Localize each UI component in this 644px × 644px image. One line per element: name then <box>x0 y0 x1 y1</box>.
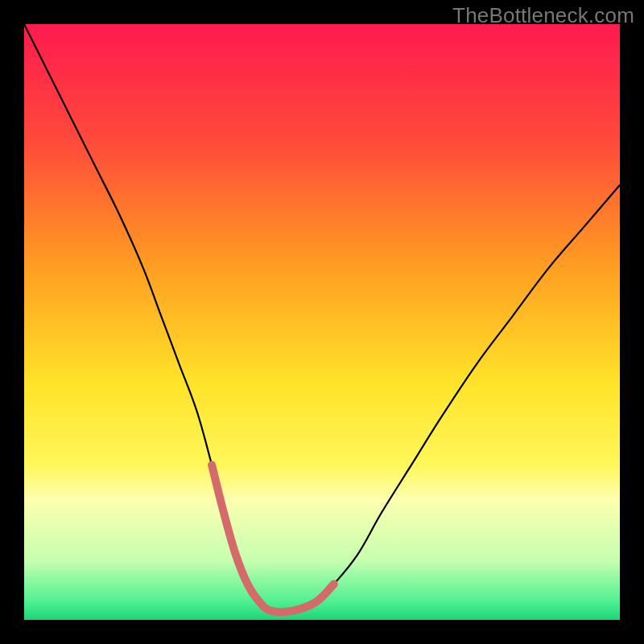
chart-frame: TheBottleneck.com <box>0 0 644 644</box>
watermark-text: TheBottleneck.com <box>452 3 634 28</box>
chart-svg <box>24 24 620 620</box>
chart-background <box>24 24 620 620</box>
chart-plot-area <box>24 24 620 620</box>
